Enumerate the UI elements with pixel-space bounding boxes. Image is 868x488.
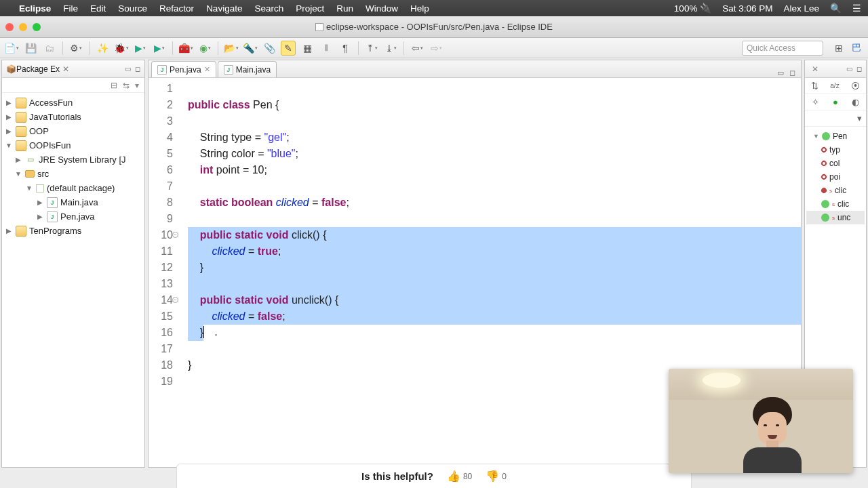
menu-refactor[interactable]: Refactor [159, 3, 194, 14]
window-titlebar: eclipse-workspace - OOPIsFun/src/Pen.jav… [0, 16, 868, 38]
coverage-button[interactable]: ▶ [152, 41, 167, 56]
outline-item[interactable]: typ [806, 143, 865, 157]
menu-source[interactable]: Source [118, 3, 147, 14]
tree-row[interactable]: ▼(default package) [2, 181, 144, 195]
search-button[interactable]: 🔦 [243, 41, 258, 56]
menu-project[interactable]: Project [296, 3, 324, 14]
line-gutter: 12345678910−11121314−1516171819 [149, 78, 180, 467]
pilcrow-button[interactable]: ¶ [338, 41, 353, 56]
outline-item[interactable]: ▼Pen [806, 129, 865, 143]
tree-row[interactable]: ▶AccessFun [2, 96, 144, 110]
menu-navigate[interactable]: Navigate [206, 3, 242, 14]
editor-tab[interactable]: JPen.java✕ [151, 61, 216, 77]
open-perspective-button[interactable]: ⊞ [831, 41, 846, 56]
zoom-window-button[interactable] [33, 23, 41, 31]
tree-row[interactable]: ▶JMain.java [2, 195, 144, 209]
hide-nonpublic-icon[interactable]: ● [833, 97, 838, 107]
thumbs-up-button[interactable]: 👍80 [447, 470, 472, 483]
save-button[interactable]: 💾 [23, 41, 38, 56]
maximize-editor-icon[interactable]: ◻ [789, 68, 795, 77]
outline-item[interactable]: sunc [806, 211, 865, 224]
package-explorer-header: 📦 Package Ex ✕ ▭◻ [2, 60, 144, 78]
tree-row[interactable]: ▼OOPIsFun [2, 138, 144, 152]
main-toolbar: 📄 💾 🗂 ⚙ ✨ 🐞 ▶ ▶ 🧰 ◉ 📂 🔦 📎 ✎ ▦ ⫴ ¶ ⤒ ⤓ ⇦ … [0, 38, 868, 58]
menu-run[interactable]: Run [336, 3, 353, 14]
thumbs-down-button[interactable]: 👎0 [486, 470, 507, 483]
close-window-button[interactable] [5, 23, 14, 31]
show-whitespace-button[interactable]: ⫴ [319, 41, 334, 56]
wand-icon[interactable]: ✨ [95, 41, 110, 56]
tree-row[interactable]: ▶OOP [2, 124, 144, 138]
maximize-view-icon[interactable]: ◻ [135, 65, 140, 73]
outline-menu-icon[interactable]: ▾ [857, 113, 862, 123]
app-name[interactable]: Eclipse [19, 3, 51, 14]
close-view-icon[interactable]: ✕ [62, 64, 69, 74]
minimize-window-button[interactable] [19, 23, 27, 31]
prev-annotation-button[interactable]: ⤒ [364, 41, 379, 56]
tree-row[interactable]: ▶JPen.java [2, 209, 144, 224]
ext-tools-button[interactable]: 🧰 [178, 41, 193, 56]
toggle-highlight-button[interactable]: ✎ [281, 41, 296, 56]
macos-menubar: Eclipse File Edit Source Refactor Naviga… [0, 0, 868, 16]
outline-item[interactable]: sclic [806, 184, 865, 197]
build-button[interactable]: ⚙ [68, 41, 83, 56]
hide-fields-icon[interactable]: ⦿ [851, 81, 860, 91]
save-all-button[interactable]: 🗂 [42, 41, 57, 56]
tree-row[interactable]: ▶JavaTutorials [2, 110, 144, 124]
outline-item[interactable]: sclic [806, 197, 865, 211]
next-annotation-button[interactable]: ⤓ [383, 41, 398, 56]
minimize-view-icon[interactable]: ▭ [125, 65, 131, 73]
hide-static-icon[interactable]: ✧ [812, 97, 819, 107]
run-button[interactable]: ▶ [133, 41, 148, 56]
document-icon [315, 23, 323, 31]
editor-tabs: JPen.java✕JMain.java▭◻ [149, 60, 801, 78]
clock[interactable]: Sat 3:06 PM [722, 3, 772, 14]
menu-window[interactable]: Window [366, 3, 398, 14]
helpful-question: Is this helpful? [361, 470, 433, 482]
forward-button[interactable]: ⇨ [429, 41, 443, 56]
user-name[interactable]: Alex Lee [783, 3, 819, 14]
minimize-editor-icon[interactable]: ▭ [777, 68, 784, 77]
maximize-outline-icon[interactable]: ◻ [856, 65, 862, 73]
window-title: eclipse-workspace - OOPIsFun/src/Pen.jav… [326, 22, 553, 32]
menu-extras-icon[interactable]: ☰ [852, 3, 861, 14]
outline-item[interactable]: col [806, 157, 865, 170]
menu-file[interactable]: File [63, 3, 78, 14]
menu-help[interactable]: Help [410, 3, 429, 14]
outline-item[interactable]: poi [806, 170, 865, 184]
hide-local-icon[interactable]: ◐ [852, 97, 859, 107]
az-icon[interactable]: a/z [830, 82, 839, 89]
menu-search[interactable]: Search [254, 3, 283, 14]
quick-access-input[interactable]: Quick Access [742, 41, 823, 56]
toggle-mark-button[interactable]: 📎 [262, 41, 277, 56]
debug-button[interactable]: 🐞 [114, 41, 129, 56]
menu-edit[interactable]: Edit [90, 3, 106, 14]
minimize-outline-icon[interactable]: ▭ [846, 65, 852, 73]
back-button[interactable]: ⇦ [410, 41, 425, 56]
webcam-overlay [669, 369, 853, 473]
open-type-button[interactable]: 📂 [224, 41, 239, 56]
package-explorer-panel: 📦 Package Ex ✕ ▭◻ ⊟ ⇆ ▾ ▶AccessFun▶JavaT… [1, 60, 145, 468]
java-perspective-button[interactable]: 巴 [849, 41, 864, 56]
spotlight-icon[interactable]: 🔍 [830, 3, 842, 14]
tree-row[interactable]: ▼src [2, 167, 144, 181]
battery-status[interactable]: 100% 🔌 [674, 3, 711, 14]
view-menu-icon[interactable]: ▾ [135, 81, 139, 90]
new-button[interactable]: 📄 [4, 41, 19, 56]
helpful-prompt: Is this helpful? 👍80 👎0 [176, 464, 692, 488]
sort-icon[interactable]: ⇅ [811, 81, 818, 91]
package-tree[interactable]: ▶AccessFun▶JavaTutorials▶OOP▼OOPIsFun▶▭J… [2, 93, 144, 241]
editor-tab[interactable]: JMain.java [218, 61, 277, 77]
tree-row[interactable]: ▶▭JRE System Library [J [2, 152, 144, 167]
package-explorer-title: Package Ex [16, 64, 60, 74]
collapse-all-icon[interactable]: ⊟ [111, 81, 117, 90]
tree-row[interactable]: ▶TenPrograms [2, 224, 144, 238]
close-outline-icon[interactable]: ✕ [812, 64, 818, 74]
new-class-button[interactable]: ◉ [197, 41, 212, 56]
outline-tree[interactable]: ▼Pentypcolpoisclicsclicsunc [805, 127, 866, 227]
block-select-button[interactable]: ▦ [300, 41, 315, 56]
link-editor-icon[interactable]: ⇆ [123, 81, 130, 90]
